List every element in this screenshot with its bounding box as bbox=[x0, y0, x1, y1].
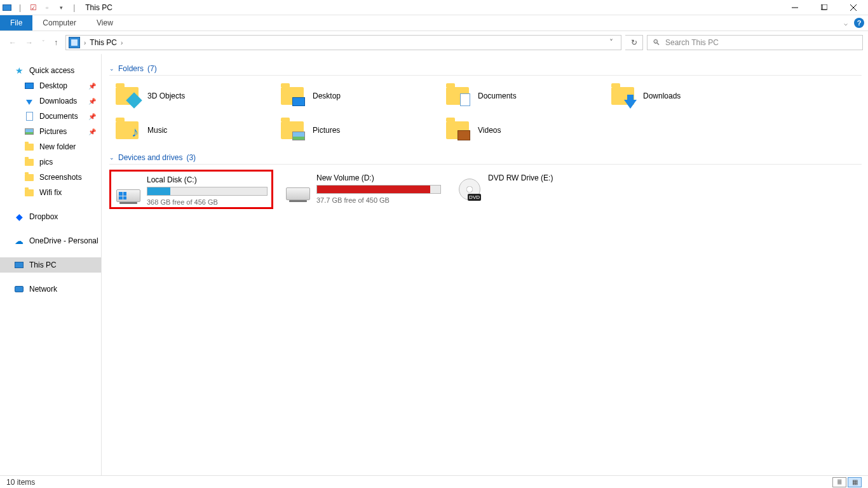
search-input[interactable] bbox=[665, 38, 857, 47]
address-bar[interactable]: › This PC › ˅ bbox=[65, 35, 621, 50]
drive-usage-bar bbox=[316, 185, 441, 194]
sidebar-item-onedrive[interactable]: ☁OneDrive - Personal bbox=[0, 233, 101, 248]
downloads-icon bbox=[24, 96, 34, 106]
tab-computer[interactable]: Computer bbox=[32, 15, 86, 30]
folder-documents[interactable]: Documents bbox=[445, 81, 610, 111]
folder-icon: ♪ bbox=[114, 118, 140, 143]
group-count: (3) bbox=[186, 153, 196, 162]
folder-label: Documents bbox=[478, 92, 517, 100]
address-history-icon[interactable]: ˅ bbox=[604, 38, 618, 47]
folder-music[interactable]: ♪Music bbox=[114, 115, 280, 146]
back-button[interactable]: ← bbox=[9, 38, 17, 47]
ribbon-collapse-icon[interactable]: ⌵ bbox=[844, 20, 848, 27]
pictures-icon bbox=[24, 126, 34, 137]
pin-icon: 📌 bbox=[88, 83, 96, 90]
drive-free-text: 368 GB free of 456 GB bbox=[147, 198, 268, 206]
drive-dvd-rw-e[interactable]: DVD RW Drive (E:) bbox=[452, 170, 616, 209]
qat-dropdown-icon[interactable]: ▾ bbox=[55, 2, 67, 13]
dropbox-icon: ◆ bbox=[14, 212, 24, 222]
documents-icon bbox=[24, 111, 34, 121]
sidebar-item-desktop[interactable]: Desktop📌 bbox=[0, 78, 101, 93]
folder-label: Music bbox=[147, 126, 167, 135]
drive-icon bbox=[285, 173, 311, 200]
sidebar-item-quick-access[interactable]: ★Quick access bbox=[0, 63, 101, 78]
tab-view[interactable]: View bbox=[86, 15, 123, 30]
sidebar-label: OneDrive - Personal bbox=[29, 236, 98, 245]
sidebar-item-documents[interactable]: Documents📌 bbox=[0, 109, 101, 124]
app-icon bbox=[1, 2, 13, 13]
content-pane: ⌄ Folders (7) 3D Objects Desktop Documen… bbox=[102, 54, 868, 475]
properties-icon[interactable]: ☑ bbox=[27, 2, 39, 13]
recent-dropdown-icon[interactable]: ˅ bbox=[42, 39, 45, 46]
location-icon bbox=[69, 37, 80, 48]
folder-label: Desktop bbox=[313, 92, 341, 100]
title-bar: | ☑ ▫ ▾ | This PC bbox=[0, 0, 868, 15]
forward-button[interactable]: → bbox=[25, 38, 33, 47]
chevron-down-icon: ⌄ bbox=[109, 65, 114, 72]
sidebar-item-new-folder[interactable]: New folder bbox=[0, 139, 101, 154]
new-folder-qat-icon[interactable]: ▫ bbox=[41, 2, 53, 13]
navigation-row: ← → ˅ ↑ › This PC › ˅ ↻ 🔍︎ bbox=[0, 31, 868, 54]
sidebar-label: Wifi fix bbox=[39, 188, 62, 197]
group-header-folders[interactable]: ⌄ Folders (7) bbox=[109, 64, 862, 76]
folder-pictures[interactable]: Pictures bbox=[280, 115, 445, 146]
view-tiles-button[interactable]: ▦ bbox=[848, 477, 862, 487]
folder-icon bbox=[24, 172, 34, 182]
tab-file[interactable]: File bbox=[0, 15, 32, 30]
sidebar-label: Desktop bbox=[39, 81, 67, 90]
sidebar-label: Documents bbox=[39, 112, 78, 121]
folder-icon bbox=[114, 83, 140, 109]
help-icon[interactable]: ? bbox=[854, 18, 864, 28]
crumb-chevron-icon[interactable]: › bbox=[84, 39, 86, 46]
sidebar-item-network[interactable]: Network bbox=[0, 281, 101, 297]
sidebar-item-this-pc[interactable]: This PC bbox=[0, 257, 101, 273]
group-count: (7) bbox=[147, 64, 157, 73]
pin-icon: 📌 bbox=[88, 113, 96, 120]
status-item-count: 10 items bbox=[6, 478, 35, 487]
sidebar-label: Quick access bbox=[29, 66, 74, 75]
dvd-icon bbox=[456, 173, 483, 200]
folder-label: Downloads bbox=[643, 92, 681, 100]
sidebar-label: Downloads bbox=[39, 97, 77, 105]
sidebar-label: Network bbox=[29, 285, 57, 294]
sidebar-item-pictures[interactable]: Pictures📌 bbox=[0, 124, 101, 139]
ribbon: File Computer View ⌵ ? bbox=[0, 15, 868, 31]
sidebar-item-wifi-fix[interactable]: Wifi fix bbox=[0, 185, 101, 200]
sidebar-item-screenshots[interactable]: Screenshots bbox=[0, 170, 101, 185]
folder-downloads[interactable]: Downloads bbox=[610, 81, 775, 111]
onedrive-icon: ☁ bbox=[14, 236, 24, 246]
folder-desktop[interactable]: Desktop bbox=[280, 81, 445, 111]
folder-icon bbox=[24, 187, 34, 198]
this-pc-icon bbox=[14, 260, 24, 270]
sidebar-item-pics[interactable]: pics bbox=[0, 154, 101, 170]
folder-icon bbox=[280, 118, 305, 143]
drive-label: Local Disk (C:) bbox=[147, 175, 268, 184]
sidebar-item-dropbox[interactable]: ◆Dropbox bbox=[0, 209, 101, 224]
breadcrumb-this-pc[interactable]: This PC bbox=[90, 38, 117, 47]
up-button[interactable]: ↑ bbox=[54, 38, 58, 47]
navigation-pane: ★Quick access Desktop📌 Downloads📌 Docume… bbox=[0, 54, 102, 475]
search-icon: 🔍︎ bbox=[653, 38, 660, 47]
sidebar-label: Screenshots bbox=[39, 173, 82, 182]
group-header-drives[interactable]: ⌄ Devices and drives (3) bbox=[109, 153, 862, 165]
drive-info: New Volume (D:) 37.7 GB free of 450 GB bbox=[316, 173, 441, 204]
drive-local-disk-c[interactable]: Local Disk (C:) 368 GB free of 456 GB bbox=[109, 170, 273, 209]
status-bar: 10 items ≣ ▦ bbox=[0, 475, 868, 488]
folder-videos[interactable]: Videos bbox=[445, 115, 610, 146]
close-button[interactable] bbox=[839, 0, 868, 15]
qat-separator: | bbox=[19, 3, 21, 12]
maximize-button[interactable] bbox=[810, 0, 839, 15]
folder-3d-objects[interactable]: 3D Objects bbox=[114, 81, 280, 111]
crumb-chevron-icon-2[interactable]: › bbox=[121, 39, 123, 46]
folder-icon bbox=[610, 83, 635, 109]
folders-grid: 3D Objects Desktop Documents Downloads ♪… bbox=[114, 81, 862, 146]
sidebar-item-downloads[interactable]: Downloads📌 bbox=[0, 93, 101, 109]
qat-separator-2: | bbox=[73, 3, 75, 12]
view-details-button[interactable]: ≣ bbox=[832, 477, 846, 487]
minimize-button[interactable] bbox=[780, 0, 810, 15]
search-box[interactable]: 🔍︎ bbox=[647, 35, 863, 50]
refresh-button[interactable]: ↻ bbox=[625, 35, 643, 50]
drives-grid: Local Disk (C:) 368 GB free of 456 GB Ne… bbox=[109, 170, 862, 209]
window-title: This PC bbox=[85, 3, 112, 12]
drive-new-volume-d[interactable]: New Volume (D:) 37.7 GB free of 450 GB bbox=[281, 170, 445, 209]
